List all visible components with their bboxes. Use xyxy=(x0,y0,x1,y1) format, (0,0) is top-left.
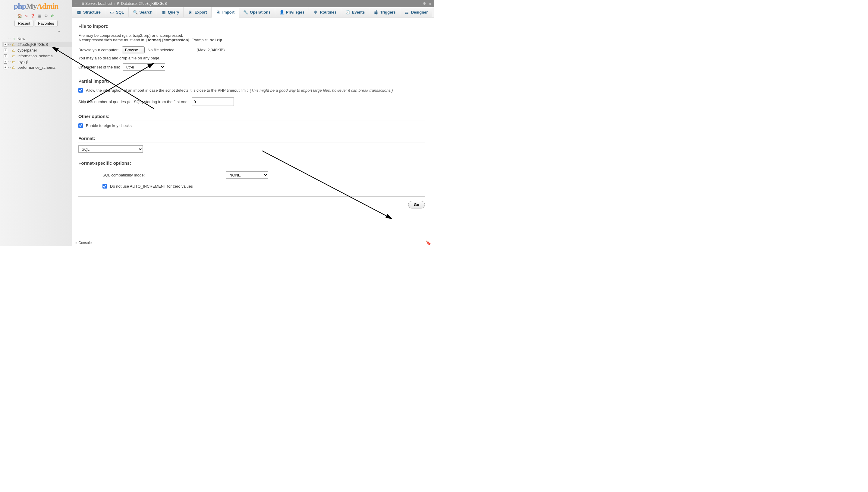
expand-icon[interactable]: + xyxy=(4,54,7,58)
no-file-text: No file selected. xyxy=(148,48,176,52)
import-form: File to import: File may be compressed (… xyxy=(72,18,434,246)
expand-icon[interactable]: + xyxy=(4,43,7,46)
compat-select[interactable]: NONE xyxy=(226,171,268,178)
tree-db-2[interactable]: +🗀information_schema xyxy=(2,53,72,59)
main: ← 🖥 Server: localhost » 🗄 Database: 2Toe… xyxy=(72,0,434,246)
link-icon[interactable]: ⚭ xyxy=(51,29,60,33)
section-partial: Partial import: Allow the interruption o… xyxy=(78,78,425,106)
expand-icon[interactable]: + xyxy=(4,49,7,52)
db-tree: ⊕New +🗀2Toe3ujKBfXGdS +🗀cyberpanel +🗀inf… xyxy=(0,36,72,70)
fk-checkbox[interactable] xyxy=(78,123,83,128)
triggers-icon: ⇶ xyxy=(373,10,378,15)
section-file: File to import: File may be compressed (… xyxy=(78,24,425,71)
export-icon: ⎘ xyxy=(188,10,192,15)
tab-query[interactable]: ▥Query xyxy=(157,7,184,17)
back-icon[interactable]: ← xyxy=(75,1,78,6)
events-icon: 🕘 xyxy=(345,10,350,15)
reload-icon[interactable]: ⟳ xyxy=(50,13,55,18)
breadcrumb-db-label: Database: xyxy=(121,1,138,6)
favorites-tab[interactable]: Favorites xyxy=(35,20,57,27)
fso-legend: Format-specific options: xyxy=(78,161,425,167)
console-icon: ▪ xyxy=(75,241,77,245)
tab-triggers[interactable]: ⇶Triggers xyxy=(369,7,400,17)
tree-new[interactable]: ⊕New xyxy=(2,36,72,42)
operations-icon: 🔧 xyxy=(243,10,248,15)
exit-icon[interactable]: ⎋ xyxy=(24,13,29,18)
expand-icon[interactable]: + xyxy=(4,66,7,69)
drag-hint: You may also drag and drop a file on any… xyxy=(78,56,425,60)
autoinc-label: Do not use AUTO_INCREMENT for zero value… xyxy=(110,184,193,189)
structure-icon: ▦ xyxy=(77,10,81,15)
allow-interrupt-checkbox[interactable] xyxy=(78,88,83,93)
logo: phpMyAdmin xyxy=(14,2,58,11)
charset-select[interactable]: utf-8 xyxy=(123,63,165,71)
console-bar[interactable]: ▪ Console 🔖 xyxy=(72,239,434,246)
bookmark-icon[interactable]: 🔖 xyxy=(426,240,431,245)
privileges-icon: 👤 xyxy=(280,10,284,15)
search-icon: 🔍 xyxy=(133,10,138,15)
autoinc-checkbox[interactable] xyxy=(103,184,107,189)
allow-interrupt-label: Allow the interruption of an import in c… xyxy=(86,88,393,93)
collapse-icon[interactable]: ⌅ xyxy=(428,1,431,6)
tab-designer[interactable]: ⚏Designer xyxy=(400,7,432,17)
compat-label: SQL compatibility mode: xyxy=(103,173,223,177)
go-button[interactable]: Go xyxy=(408,201,425,208)
docs-icon[interactable]: ❓ xyxy=(30,13,35,18)
breadcrumb-server-label: Server: xyxy=(85,1,97,6)
tab-bar: ▦Structure ▭SQL 🔍Search ▥Query ⎘Export ⎗… xyxy=(72,7,434,18)
breadcrumb-db[interactable]: 2Toe3ujKBfXGdS xyxy=(139,1,167,6)
recent-tab[interactable]: Recent xyxy=(15,20,33,27)
tab-search[interactable]: 🔍Search xyxy=(129,7,157,17)
section-fso: Format-specific options: SQL compatibili… xyxy=(78,161,425,189)
sql-icon: ▭ xyxy=(109,10,114,15)
gear-icon[interactable]: ⚙ xyxy=(423,1,426,6)
skip-label: Skip this number of queries (for SQL) st… xyxy=(78,100,189,104)
section-format: Format: SQL xyxy=(78,136,425,153)
tab-operations[interactable]: 🔧Operations xyxy=(239,7,275,17)
sidebar: phpMyAdmin 🏠 ⎋ ❓ ▦ ⚙ ⟳ Recent Favorites … xyxy=(0,0,72,246)
tab-import[interactable]: ⎗Import xyxy=(212,7,239,18)
console-label: Console xyxy=(78,241,91,245)
tab-structure[interactable]: ▦Structure xyxy=(72,7,105,17)
routines-icon: ⚛ xyxy=(313,10,318,15)
tree-db-4[interactable]: +🗀performance_schema xyxy=(2,65,72,70)
home-icon[interactable]: 🏠 xyxy=(17,13,22,18)
tab-events[interactable]: 🕘Events xyxy=(341,7,369,17)
max-size: (Max: 2,048KiB) xyxy=(196,48,225,52)
section-other: Other options: Enable foreign key checks xyxy=(78,114,425,128)
breadcrumb-server[interactable]: localhost xyxy=(98,1,112,6)
settings-icon[interactable]: ⚙ xyxy=(44,13,49,18)
file-legend: File to import: xyxy=(78,24,425,30)
browse-label: Browse your computer: xyxy=(78,48,119,52)
browse-button[interactable]: Browse... xyxy=(122,46,144,53)
sidebar-toolbar: 🏠 ⎋ ❓ ▦ ⚙ ⟳ xyxy=(17,13,55,18)
import-icon: ⎗ xyxy=(216,10,220,15)
other-legend: Other options: xyxy=(78,114,425,120)
expand-icon[interactable]: + xyxy=(4,60,7,64)
format-legend: Format: xyxy=(78,136,425,142)
file-hint1: File may be compressed (gzip, bzip2, zip… xyxy=(78,33,425,38)
fk-label: Enable foreign key checks xyxy=(86,123,132,128)
designer-icon: ⚏ xyxy=(404,10,409,15)
format-select[interactable]: SQL xyxy=(78,145,143,153)
database-icon: 🗄 xyxy=(116,2,120,5)
partial-legend: Partial import: xyxy=(78,78,425,85)
query-icon: ▥ xyxy=(161,10,166,15)
tree-db-3[interactable]: +🗀mysql xyxy=(2,59,72,65)
server-icon: 🖥 xyxy=(81,2,84,5)
charset-label: Character set of the file: xyxy=(78,65,120,69)
tab-privileges[interactable]: 👤Privileges xyxy=(275,7,309,17)
tab-routines[interactable]: ⚛Routines xyxy=(309,7,341,17)
tab-export[interactable]: ⎘Export xyxy=(184,7,211,17)
tab-sql[interactable]: ▭SQL xyxy=(105,7,129,17)
tree-db-0[interactable]: +🗀2Toe3ujKBfXGdS xyxy=(2,42,72,47)
skip-input[interactable] xyxy=(192,97,234,106)
file-hint2: A compressed file's name must end in .[f… xyxy=(78,38,425,42)
breadcrumb: ← 🖥 Server: localhost » 🗄 Database: 2Toe… xyxy=(72,0,434,7)
tree-db-1[interactable]: +🗀cyberpanel xyxy=(2,47,72,53)
sql-icon[interactable]: ▦ xyxy=(37,13,42,18)
